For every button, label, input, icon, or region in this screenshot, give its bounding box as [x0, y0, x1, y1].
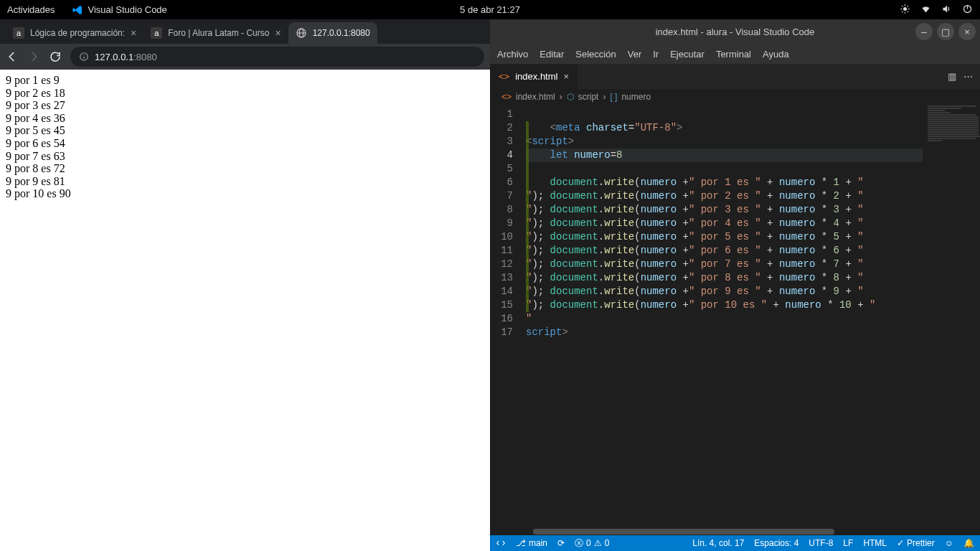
problems-indicator[interactable]: ⓧ 0 ⚠ 0 — [575, 537, 609, 550]
menu-ver[interactable]: Ver — [628, 49, 642, 60]
window-close-button[interactable]: × — [958, 23, 976, 40]
tab-label: Lógica de programación: — [30, 28, 125, 38]
reload-button[interactable] — [49, 50, 62, 63]
gnome-top-bar: Actividades Visual Studio Code 5 de abr … — [0, 0, 980, 19]
language-mode[interactable]: HTML — [863, 538, 887, 548]
page-line: 9 por 8 es 72 — [6, 162, 484, 175]
address-bar[interactable]: 127.0.0.1:8080 — [70, 47, 484, 67]
git-branch[interactable]: ⎇ main — [516, 538, 547, 548]
gnome-activities[interactable]: Actividades — [7, 4, 55, 15]
editor-tab-index-html[interactable]: <> index.html × — [490, 64, 578, 89]
brightness-icon[interactable] — [900, 4, 910, 17]
breadcrumb-variable[interactable]: numero — [621, 92, 651, 102]
tab-label: 127.0.0.1:8080 — [313, 28, 370, 38]
page-line: 9 por 9 es 81 — [6, 175, 484, 188]
menu-terminal[interactable]: Terminal — [716, 49, 751, 60]
remote-indicator[interactable] — [496, 538, 506, 548]
browser-tab-strip: a Lógica de programación: × a Foro | Alu… — [0, 19, 490, 44]
favicon-alura-icon: a — [151, 27, 162, 39]
editor-tabs: <> index.html × ▥ ⋯ — [490, 64, 980, 89]
tab-close-icon[interactable]: × — [275, 27, 281, 39]
notifications-icon[interactable]: 🔔 — [963, 538, 974, 548]
globe-icon — [296, 27, 307, 39]
vscode-titlebar: index.html - alura - Visual Studio Code … — [490, 19, 980, 44]
html-file-icon: <> — [501, 92, 512, 102]
svg-line-6 — [908, 11, 908, 11]
wifi-icon[interactable] — [920, 4, 931, 17]
window-maximize-button[interactable]: ▢ — [937, 23, 954, 40]
svg-point-16 — [83, 55, 84, 55]
menu-archivo[interactable]: Archivo — [497, 49, 528, 60]
browser-window: a Lógica de programación: × a Foro | Alu… — [0, 19, 490, 551]
menu-ir[interactable]: Ir — [653, 49, 659, 60]
gnome-active-app[interactable]: Visual Studio Code — [72, 4, 166, 16]
breadcrumb[interactable]: <> index.html › ⬡ script › [ ] numero — [490, 89, 980, 105]
tab-close-icon[interactable]: × — [131, 27, 136, 39]
more-actions-icon[interactable]: ⋯ — [963, 71, 973, 82]
minimap[interactable] — [923, 105, 980, 528]
prettier-status[interactable]: ✓ Prettier — [897, 538, 935, 548]
code-content[interactable]: <meta charset="UTF-8"><script> let numer… — [526, 105, 923, 528]
browser-viewport: 9 por 1 es 9 9 por 2 es 18 9 por 3 es 27… — [0, 70, 490, 551]
back-button[interactable] — [6, 50, 19, 63]
menu-seleccion[interactable]: Selección — [575, 49, 616, 60]
svg-point-0 — [903, 7, 907, 11]
page-line: 9 por 10 es 90 — [6, 187, 484, 200]
html-file-icon: <> — [499, 71, 509, 82]
browser-toolbar: 127.0.0.1:8080 — [0, 44, 490, 70]
page-line: 9 por 5 es 45 — [6, 124, 484, 137]
page-line: 9 por 6 es 54 — [6, 137, 484, 150]
info-icon — [79, 52, 89, 62]
indent-setting[interactable]: Espacios: 4 — [754, 538, 798, 548]
forward-button — [27, 50, 40, 63]
vscode-icon — [72, 4, 83, 16]
symbol-variable-icon: [ ] — [610, 92, 617, 102]
menu-ayuda[interactable]: Ayuda — [763, 49, 789, 60]
window-minimize-button[interactable]: – — [915, 23, 933, 40]
cursor-position[interactable]: Lín. 4, col. 17 — [692, 538, 744, 548]
favicon-alura-icon: a — [13, 27, 24, 39]
browser-tab-2[interactable]: a Foro | Alura Latam - Curso × — [143, 22, 288, 44]
svg-line-7 — [902, 11, 903, 11]
vscode-window: index.html - alura - Visual Studio Code … — [490, 19, 980, 551]
symbol-icon: ⬡ — [567, 92, 574, 102]
menu-ejecutar[interactable]: Ejecutar — [670, 49, 705, 60]
page-line: 9 por 7 es 63 — [6, 150, 484, 163]
feedback-icon[interactable]: ☺ — [945, 538, 953, 548]
svg-line-8 — [908, 6, 908, 6]
encoding[interactable]: UTF-8 — [809, 538, 833, 548]
page-line: 9 por 4 es 36 — [6, 112, 484, 125]
power-icon[interactable] — [962, 4, 973, 17]
tab-close-icon[interactable]: × — [563, 71, 569, 82]
line-number-gutter: 1 2 3 4 5 6 7 8 9 10 11 12 13 14 15 16 1… — [490, 105, 526, 528]
status-bar: ⎇ main ⟳ ⓧ 0 ⚠ 0 Lín. 4, col. 17 Espacio… — [490, 535, 980, 551]
page-line: 9 por 2 es 18 — [6, 87, 484, 100]
browser-tab-3[interactable]: 127.0.0.1:8080 — [288, 22, 377, 44]
tab-filename: index.html — [515, 71, 557, 82]
page-line: 9 por 1 es 9 — [6, 74, 484, 87]
gnome-clock[interactable]: 5 de abr 21:27 — [460, 4, 520, 15]
scrollbar-thumb[interactable] — [533, 529, 834, 534]
git-sync-icon[interactable]: ⟳ — [557, 538, 565, 548]
svg-line-5 — [902, 6, 903, 6]
eol[interactable]: LF — [843, 538, 853, 548]
vscode-menubar: Archivo Editar Selección Ver Ir Ejecutar… — [490, 44, 980, 64]
menu-editar[interactable]: Editar — [540, 49, 564, 60]
split-editor-icon[interactable]: ▥ — [948, 71, 956, 82]
address-host: 127.0.0.1:8080 — [95, 52, 157, 62]
horizontal-scrollbar[interactable] — [490, 528, 980, 535]
editor-area[interactable]: 1 2 3 4 5 6 7 8 9 10 11 12 13 14 15 16 1… — [490, 105, 980, 528]
breadcrumb-script[interactable]: script — [578, 92, 599, 102]
volume-icon[interactable] — [941, 4, 952, 17]
page-line: 9 por 3 es 27 — [6, 99, 484, 112]
window-title: index.html - alura - Visual Studio Code — [656, 27, 815, 37]
browser-tab-1[interactable]: a Lógica de programación: × — [6, 22, 143, 44]
breadcrumb-file[interactable]: index.html — [516, 92, 555, 102]
tab-label: Foro | Alura Latam - Curso — [168, 28, 269, 38]
